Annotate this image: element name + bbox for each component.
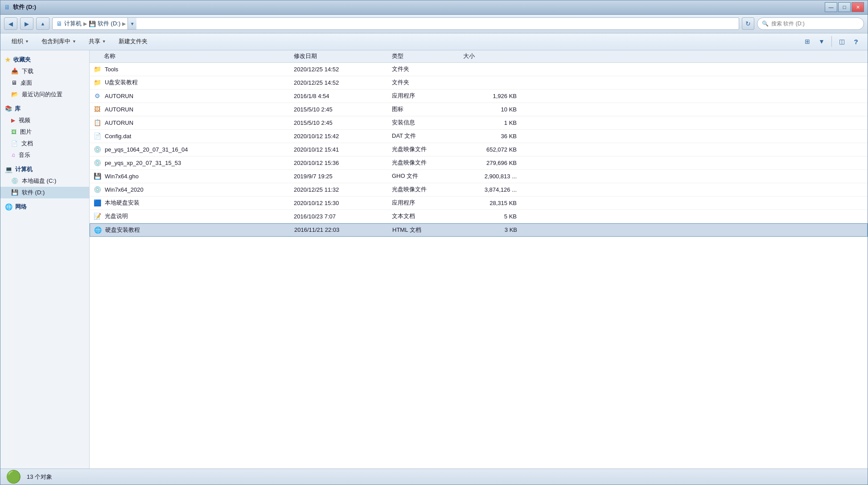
file-name-cell: 🟦 本地硬盘安装 <box>93 199 294 207</box>
table-row[interactable]: 💿 pe_yqs_xp_20_07_31_15_53 2020/10/12 15… <box>90 156 868 170</box>
drive-icon: 💾 <box>89 21 96 27</box>
search-input[interactable] <box>771 21 859 27</box>
file-size-cell: 3 KB <box>464 226 517 233</box>
close-button[interactable]: ✕ <box>852 2 864 12</box>
file-type-icon: 🟦 <box>93 199 101 207</box>
file-type-cell: 应用程序 <box>392 199 463 207</box>
address-computer[interactable]: 计算机 <box>64 20 82 28</box>
table-row[interactable]: ⚙ AUTORUN 2016/1/8 4:54 应用程序 1,926 KB <box>90 90 868 103</box>
titlebar-controls: — □ ✕ <box>825 2 864 12</box>
desktop-label: 桌面 <box>21 79 32 87</box>
search-box: 🔍 <box>757 17 864 30</box>
file-date-cell: 2015/5/10 2:45 <box>294 106 392 113</box>
minimize-button[interactable]: — <box>825 2 837 12</box>
file-size-cell: 279,696 KB <box>463 160 517 166</box>
desktop-icon: 🖥 <box>11 79 17 86</box>
file-type-icon: 📁 <box>93 65 101 73</box>
col-date-header[interactable]: 修改日期 <box>294 52 392 60</box>
address-bar[interactable]: 🖥 计算机 ▶ 💾 软件 (D:) ▶ ▼ <box>52 17 739 30</box>
refresh-button[interactable]: ↻ <box>742 17 754 30</box>
recent-label: 最近访问的位置 <box>22 90 62 99</box>
statusbar: 🟢 13 个对象 <box>0 469 868 485</box>
file-size-cell: 1 KB <box>463 119 517 126</box>
sidebar-item-desktop[interactable]: 🖥 桌面 <box>0 77 89 89</box>
file-date-cell: 2020/10/12 15:30 <box>294 200 392 206</box>
column-header: 名称 修改日期 类型 大小 <box>90 50 868 63</box>
table-row[interactable]: 🟦 本地硬盘安装 2020/10/12 15:30 应用程序 28,315 KB <box>90 197 868 210</box>
sidebar-item-recent[interactable]: 📂 最近访问的位置 <box>0 89 89 100</box>
sidebar-item-document[interactable]: 📄 文档 <box>0 138 89 149</box>
table-row[interactable]: 📁 U盘安装教程 2020/12/25 14:52 文件夹 <box>90 76 868 90</box>
col-date-label: 修改日期 <box>294 53 317 59</box>
file-name-cell: 💿 pe_yqs_1064_20_07_31_16_04 <box>93 145 294 153</box>
network-section: 🌐 网络 <box>0 201 89 213</box>
col-name-header[interactable]: 名称 <box>93 52 294 60</box>
network-header[interactable]: 🌐 网络 <box>0 201 89 213</box>
file-name: U盘安装教程 <box>105 78 138 86</box>
library-button[interactable]: 包含到库中 ▼ <box>36 35 82 48</box>
back-button[interactable]: ◀ <box>4 17 17 30</box>
table-row[interactable]: 🖼 AUTORUN 2015/5/10 2:45 图标 10 KB <box>90 103 868 116</box>
file-date-cell: 2020/10/12 15:36 <box>294 160 392 166</box>
view-toggle-button[interactable]: ▼ <box>815 35 828 48</box>
table-row[interactable]: 📝 光盘说明 2016/10/23 7:07 文本文档 5 KB <box>90 210 868 223</box>
sidebar-item-download[interactable]: 📥 下载 <box>0 66 89 77</box>
sidebar-item-drive-d[interactable]: 💾 软件 (D:) <box>0 187 89 198</box>
computer-section: 💻 计算机 💿 本地磁盘 (C:) 💾 软件 (D:) <box>0 164 89 198</box>
status-count: 13 个对象 <box>27 473 52 481</box>
file-date-cell: 2020/12/25 14:52 <box>294 79 392 86</box>
document-icon: 📄 <box>11 140 18 147</box>
up-button[interactable]: ▲ <box>36 17 49 30</box>
file-size-cell: 36 KB <box>463 133 517 140</box>
forward-button[interactable]: ▶ <box>20 17 33 30</box>
library-label: 包含到库中 <box>41 37 70 45</box>
sidebar-item-music[interactable]: ♫ 音乐 <box>0 149 89 161</box>
sidebar-item-video[interactable]: ▶ 视频 <box>0 115 89 126</box>
table-row[interactable]: 📄 Config.dat 2020/10/12 15:42 DAT 文件 36 … <box>90 130 868 143</box>
col-type-header[interactable]: 类型 <box>392 52 463 60</box>
download-folder-icon: 📥 <box>11 68 18 74</box>
table-row[interactable]: 📋 AUTORUN 2015/5/10 2:45 安装信息 1 KB <box>90 116 868 130</box>
file-type-icon: 📄 <box>93 132 101 140</box>
library-header[interactable]: 📚 库 <box>0 103 89 115</box>
table-row[interactable]: 💾 Win7x64.gho 2019/9/7 19:25 GHO 文件 2,90… <box>90 170 868 183</box>
file-name-cell: 📁 Tools <box>93 65 294 73</box>
view-options-button[interactable]: ⊞ <box>801 35 814 48</box>
organize-caret: ▼ <box>25 39 29 44</box>
video-icon: ▶ <box>11 117 15 123</box>
file-name: Tools <box>105 66 118 73</box>
file-name-cell: 📄 Config.dat <box>93 132 294 140</box>
favorites-header[interactable]: ★ 收藏夹 <box>0 54 89 66</box>
file-type-cell: 光盘映像文件 <box>392 185 463 193</box>
organize-button[interactable]: 组织 ▼ <box>6 35 35 48</box>
share-button[interactable]: 共享 ▼ <box>83 35 112 48</box>
file-name: 本地硬盘安装 <box>105 199 140 207</box>
file-name: 光盘说明 <box>105 212 128 220</box>
organize-label: 组织 <box>12 37 23 45</box>
file-name-cell: 📋 AUTORUN <box>93 119 294 127</box>
preview-pane-button[interactable]: ◫ <box>835 35 848 48</box>
file-type-cell: 文件夹 <box>392 65 463 73</box>
sidebar-item-image[interactable]: 🖼 图片 <box>0 126 89 138</box>
recent-icon: 📂 <box>11 91 18 98</box>
file-name: Config.dat <box>105 133 131 140</box>
address-dropdown-button[interactable]: ▼ <box>128 18 136 29</box>
table-row[interactable]: 💿 Win7x64_2020 2020/12/25 11:32 光盘映像文件 3… <box>90 183 868 197</box>
table-row[interactable]: 🌐 硬盘安装教程 2016/11/21 22:03 HTML 文档 3 KB <box>90 223 868 237</box>
help-button[interactable]: ? <box>850 35 862 48</box>
col-size-header[interactable]: 大小 <box>463 52 517 60</box>
maximize-button[interactable]: □ <box>838 2 851 12</box>
image-icon: 🖼 <box>11 129 16 135</box>
new-folder-button[interactable]: 新建文件夹 <box>113 35 153 48</box>
table-row[interactable]: 📁 Tools 2020/12/25 14:52 文件夹 <box>90 63 868 76</box>
favorites-section: ★ 收藏夹 📥 下载 🖥 桌面 📂 最近访问的位置 <box>0 54 89 100</box>
table-row[interactable]: 💿 pe_yqs_1064_20_07_31_16_04 2020/10/12 … <box>90 143 868 156</box>
file-type-icon: 💿 <box>93 159 101 167</box>
music-label: 音乐 <box>19 151 30 159</box>
window-title: 软件 (D:) <box>13 3 36 11</box>
address-drive[interactable]: 软件 (D:) <box>98 20 120 28</box>
sidebar-item-drive-c[interactable]: 💿 本地磁盘 (C:) <box>0 175 89 187</box>
document-label: 文档 <box>21 140 33 148</box>
computer-header[interactable]: 💻 计算机 <box>0 164 89 175</box>
file-type-cell: 安装信息 <box>392 119 463 127</box>
